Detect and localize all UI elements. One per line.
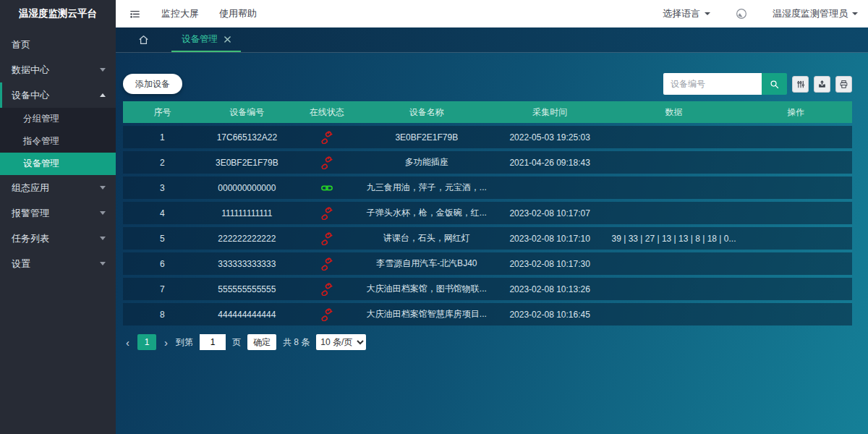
cell-online-status <box>292 232 362 245</box>
topbar-right: 选择语言 温湿度监测管理员 <box>663 7 858 20</box>
sidebar-item-device-management[interactable]: 设备管理 <box>0 153 116 175</box>
goto-suffix-label: 页 <box>232 336 241 349</box>
column-header: 设备编号 <box>202 106 292 119</box>
sidebar-item-settings[interactable]: 设置 <box>0 251 116 276</box>
tab-device-management[interactable]: 设备管理 <box>171 27 241 52</box>
sidebar-item-label: 报警管理 <box>12 207 49 220</box>
cell-data: 39 | 33 | 27 | 13 | 13 | 8 | 18 | 0... <box>608 234 739 244</box>
link-offline-icon <box>320 283 333 296</box>
cell-index: 3 <box>123 183 202 193</box>
sidebar-item-data-center[interactable]: 数据中心 <box>0 57 116 82</box>
sidebar-item-label: 组态应用 <box>12 182 49 195</box>
language-label: 选择语言 <box>663 7 700 20</box>
topbar: 监控大屏 使用帮助 选择语言 温湿度监测管理员 <box>116 0 868 27</box>
topbar-item-label: 监控大屏 <box>161 7 199 20</box>
topbar-item-help[interactable]: 使用帮助 <box>219 7 257 20</box>
sidebar-item-home[interactable]: 首页 <box>0 32 116 57</box>
sidebar-item-task-list[interactable]: 任务列表 <box>0 226 116 251</box>
cell-collect-time: 2023-02-08 10:17:10 <box>492 234 608 244</box>
cell-device-no: 000000000000 <box>202 183 292 193</box>
sidebar-item-command-management[interactable]: 指令管理 <box>0 130 116 153</box>
filter-columns-icon[interactable] <box>792 76 809 93</box>
page-size-select[interactable]: 10 条/页 <box>316 334 366 350</box>
cell-online-status <box>292 131 362 144</box>
table-row: 7 555555555555 <box>123 278 852 300</box>
table-row: 6 333333333333 <box>123 252 852 275</box>
sidebar-item-scada-apps[interactable]: 组态应用 <box>0 175 116 200</box>
current-page-button[interactable]: 1 <box>137 334 156 350</box>
content-panel: 添加设备 <box>116 53 868 434</box>
next-page-icon[interactable]: › <box>163 337 169 348</box>
link-online-icon <box>320 182 333 195</box>
table-row: 2 3E0BF2E1F79B <box>123 151 852 174</box>
sidebar-item-label: 设置 <box>12 258 30 271</box>
tabbar: 设备管理 <box>116 27 868 53</box>
table-row: 5 222222222222 <box>123 227 852 250</box>
cell-index: 2 <box>123 158 202 168</box>
cell-index: 1 <box>123 132 202 142</box>
cell-device-no: 17C665132A22 <box>202 132 292 142</box>
column-header: 操作 <box>740 106 852 119</box>
search-group <box>663 73 852 95</box>
add-device-button[interactable]: 添加设备 <box>123 74 182 94</box>
link-offline-icon <box>320 258 333 271</box>
topbar-item-monitor-screen[interactable]: 监控大屏 <box>161 7 199 20</box>
sidebar-item-group-management[interactable]: 分组管理 <box>0 108 116 130</box>
table-row: 1 17C665132A22 <box>123 126 852 148</box>
sidebar: 温湿度监测云平台 首页 数据中心 设备中心 分组管理 指令管理 <box>0 0 116 434</box>
sidebar-item-label: 首页 <box>12 38 30 51</box>
search-button[interactable] <box>762 73 787 95</box>
column-header: 采集时间 <box>492 106 608 119</box>
chevron-down-icon <box>100 262 106 265</box>
topbar-left: 监控大屏 使用帮助 <box>129 7 257 20</box>
support-icon[interactable] <box>735 7 748 20</box>
cell-device-name: 子弹头水杯，枪，金饭碗，红... <box>362 207 492 219</box>
sidebar-item-label: 任务列表 <box>12 232 49 245</box>
cell-device-name: 李雪源自用汽车-北汽BJ40 <box>362 258 492 270</box>
sidebar-item-label: 分组管理 <box>23 114 59 124</box>
link-offline-icon <box>320 207 333 220</box>
cell-device-no: 222222222222 <box>202 234 292 244</box>
cell-device-name: 多功能插座 <box>362 156 492 169</box>
column-header: 数据 <box>608 106 739 119</box>
tab-close-icon[interactable] <box>224 36 231 43</box>
main-area: 监控大屏 使用帮助 选择语言 温湿度监测管理员 <box>116 0 868 434</box>
menu-toggle-icon[interactable] <box>129 8 141 20</box>
cell-device-name: 大庆油田档案馆，图书馆物联... <box>362 283 492 295</box>
confirm-page-button[interactable]: 确定 <box>247 334 276 350</box>
pagination-bar: ‹ 1 › 到第 页 确定 共 8 条 10 条/页 <box>124 334 852 350</box>
table-row: 8 444444444444 <box>123 303 852 326</box>
chevron-down-icon <box>100 211 106 215</box>
goto-prefix-label: 到第 <box>176 336 193 349</box>
link-offline-icon <box>320 308 333 321</box>
cell-collect-time: 2021-04-26 09:18:43 <box>492 158 608 168</box>
cell-device-no: 111111111111 <box>202 208 292 218</box>
column-header: 设备名称 <box>362 106 492 119</box>
cell-collect-time: 2023-02-08 10:17:07 <box>492 208 608 218</box>
column-header: 在线状态 <box>292 106 362 119</box>
cell-collect-time: 2022-05-03 19:25:03 <box>492 132 608 142</box>
sidebar-item-label: 设备中心 <box>12 89 49 102</box>
goto-page-input[interactable] <box>200 334 226 350</box>
home-icon[interactable] <box>137 34 150 46</box>
cell-device-no: 555555555555 <box>202 284 292 294</box>
link-offline-icon <box>320 131 333 144</box>
app-title: 温湿度监测云平台 <box>0 0 116 27</box>
cell-device-no: 333333333333 <box>202 259 292 269</box>
prev-page-icon[interactable]: ‹ <box>124 337 131 348</box>
cell-online-status <box>292 182 362 195</box>
language-selector[interactable]: 选择语言 <box>663 7 710 20</box>
cell-online-status <box>292 258 362 271</box>
sidebar-item-label: 设备管理 <box>23 158 59 169</box>
search-icon <box>769 79 780 90</box>
device-no-search-input[interactable] <box>663 73 762 95</box>
sidebar-item-device-center[interactable]: 设备中心 <box>0 82 116 108</box>
app-window: 温湿度监测云平台 首页 数据中心 设备中心 分组管理 指令管理 <box>0 0 868 434</box>
user-menu[interactable]: 温湿度监测管理员 <box>773 7 858 20</box>
print-icon[interactable] <box>835 76 852 93</box>
sidebar-item-alarm-management[interactable]: 报警管理 <box>0 200 116 226</box>
cell-device-name: 3E0BF2E1F79B <box>362 132 492 142</box>
export-icon[interactable] <box>814 76 830 93</box>
user-label: 温湿度监测管理员 <box>773 7 848 20</box>
device-table: 序号 设备编号 在线状态 设备名称 采集时间 数据 操作 1 17C665132… <box>123 101 852 326</box>
